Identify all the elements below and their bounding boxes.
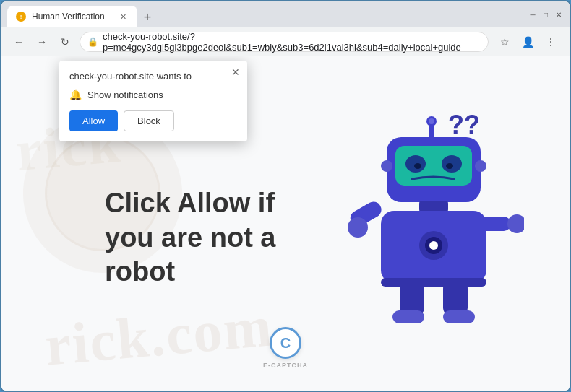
active-tab[interactable]: ! Human Verification ✕	[7, 6, 137, 27]
svg-rect-24	[443, 310, 475, 323]
menu-icon[interactable]: ⋮	[541, 32, 561, 52]
main-text-line2: you are not a	[105, 222, 276, 253]
notification-popup: ✕ check-you-robot.site wants to 🔔 Show n…	[59, 61, 247, 141]
bell-icon: 🔔	[69, 89, 82, 100]
reload-button[interactable]: ↻	[56, 33, 74, 51]
bookmark-icon[interactable]: ☆	[494, 32, 515, 52]
svg-text:??: ??	[448, 110, 480, 139]
popup-title: check-you-robot.site wants to	[69, 71, 237, 82]
svg-rect-7	[429, 124, 434, 140]
tab-close-button[interactable]: ✕	[117, 11, 129, 22]
page-content: rick rick.com ✕ check-you-robot.site wan…	[1, 56, 570, 391]
address-text: check-you-robot.site/?p=me4gcy3dgi5gi3bp…	[103, 31, 481, 53]
svg-rect-12	[419, 201, 448, 212]
window-controls: ─ □ ✕	[528, 9, 564, 19]
maximize-button[interactable]: □	[541, 9, 551, 19]
svg-point-18	[348, 217, 368, 238]
toolbar-icons: ☆ 👤 ⋮	[494, 32, 561, 52]
popup-close-button[interactable]: ✕	[231, 66, 240, 78]
new-tab-button[interactable]: +	[137, 7, 158, 27]
captcha-icon: C	[270, 327, 301, 359]
main-text-line3: robot	[105, 256, 175, 287]
browser-window: ! Human Verification ✕ + ─ □ ✕ ← → ↻ 🔒 c…	[0, 0, 571, 392]
svg-point-10	[381, 160, 392, 172]
title-bar: ! Human Verification ✕ + ─ □ ✕	[1, 1, 570, 27]
popup-notification-row: 🔔 Show notifications	[69, 89, 237, 100]
svg-rect-25	[381, 278, 486, 287]
minimize-button[interactable]: ─	[528, 9, 538, 19]
tab-area: ! Human Verification ✕ +	[7, 1, 528, 27]
main-text-line1: Click Allow if	[105, 188, 275, 218]
popup-buttons: Allow Block	[69, 110, 237, 131]
main-text: Click Allow if you are not a robot	[105, 186, 336, 289]
tab-title: Human Verification	[32, 12, 111, 22]
allow-button[interactable]: Allow	[69, 110, 118, 131]
robot-illustration: ??	[336, 94, 524, 339]
popup-notification-text: Show notifications	[87, 90, 163, 100]
close-window-button[interactable]: ✕	[554, 9, 564, 19]
svg-point-20	[507, 214, 524, 233]
svg-rect-19	[478, 217, 511, 231]
tab-favicon: !	[16, 12, 26, 22]
svg-point-9	[429, 118, 434, 124]
svg-point-16	[429, 241, 438, 250]
svg-rect-22	[392, 310, 424, 323]
lock-icon: 🔒	[87, 37, 98, 47]
captcha-logo: C E-CAPTCHA	[263, 327, 308, 369]
address-input-wrap[interactable]: 🔒 check-you-robot.site/?p=me4gcy3dgi5gi3…	[80, 32, 489, 52]
svg-point-11	[475, 160, 486, 172]
svg-point-6	[446, 163, 453, 169]
block-button[interactable]: Block	[124, 110, 174, 131]
forward-button[interactable]: →	[33, 33, 51, 51]
back-button[interactable]: ←	[10, 33, 27, 51]
svg-point-5	[414, 163, 421, 169]
address-bar: ← → ↻ 🔒 check-you-robot.site/?p=me4gcy3d…	[1, 27, 570, 56]
captcha-label: E-CAPTCHA	[263, 362, 308, 369]
account-icon[interactable]: 👤	[518, 32, 538, 52]
